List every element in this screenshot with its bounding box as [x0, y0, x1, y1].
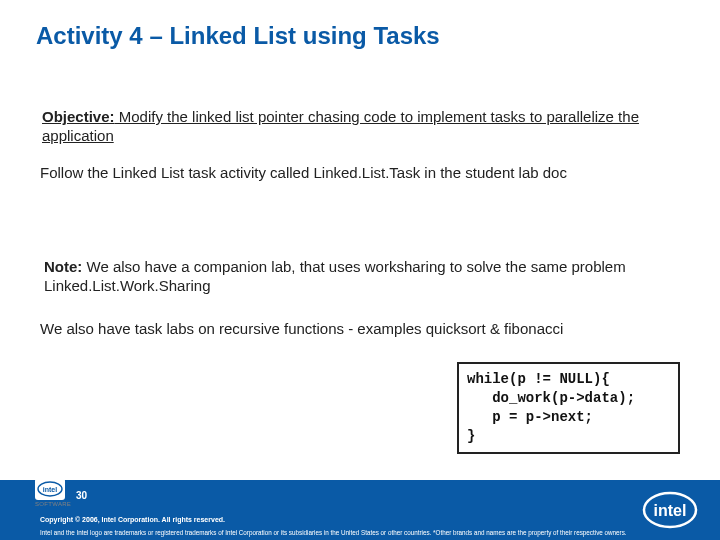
- objective-paragraph: Objective: Modify the linked list pointe…: [42, 108, 662, 146]
- page-number: 30: [76, 490, 87, 501]
- follow-paragraph: Follow the Linked List task activity cal…: [40, 164, 660, 183]
- note-text: We also have a companion lab, that uses …: [44, 258, 626, 294]
- note-label: Note:: [44, 258, 82, 275]
- slide: Activity 4 – Linked List using Tasks Obj…: [0, 0, 720, 540]
- intel-logo-small-icon: intel: [35, 478, 65, 500]
- code-snippet-box: while(p != NULL){ do_work(p->data); p = …: [457, 362, 680, 454]
- objective-label: Objective:: [42, 108, 115, 125]
- software-label: SOFTWARE: [35, 501, 71, 507]
- intel-logo-large-icon: intel: [642, 490, 698, 530]
- svg-text:intel: intel: [43, 486, 57, 493]
- slide-title: Activity 4 – Linked List using Tasks: [36, 22, 440, 50]
- trademark-text: Intel and the Intel logo are trademarks …: [40, 529, 680, 536]
- footer-band: intel SOFTWARE 30 Copyright © 2006, Inte…: [0, 480, 720, 540]
- note-paragraph: Note: We also have a companion lab, that…: [44, 258, 664, 296]
- task-labs-paragraph: We also have task labs on recursive func…: [40, 320, 660, 339]
- objective-text: Modify the linked list pointer chasing c…: [42, 108, 639, 144]
- svg-text:intel: intel: [654, 502, 687, 519]
- copyright-text: Copyright © 2006, Intel Corporation. All…: [40, 516, 225, 523]
